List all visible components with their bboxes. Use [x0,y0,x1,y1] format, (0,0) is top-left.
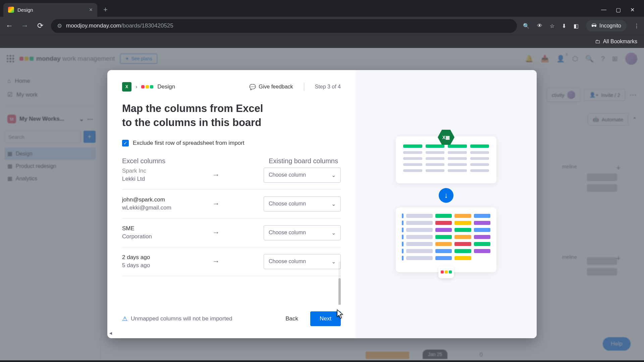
divider [304,83,304,91]
unmapped-warning: ⚠ Unmapped columns will not be imported [122,315,232,322]
column-select[interactable]: Choose column ⌄ [264,196,341,212]
back-button[interactable]: Back [278,311,306,326]
arrow-right-icon: → [209,228,223,237]
minimize-icon[interactable]: — [601,7,606,13]
next-button[interactable]: Next [310,311,341,326]
chevron-down-icon: ⌄ [331,172,336,178]
url-host: moodjoy.monday.com [66,22,121,29]
maximize-icon[interactable]: ▢ [616,7,621,13]
exclude-first-row-checkbox[interactable]: ✓ Exclude first row of spreadsheet from … [122,140,341,146]
window-controls: — ▢ ✕ [601,7,641,13]
eye-off-icon[interactable]: 👁 [537,23,542,29]
favicon-icon [8,7,14,13]
scrollbar-track[interactable] [338,261,341,305]
breadcrumb-separator-icon: › [136,84,137,90]
modal-footer: ⚠ Unmapped columns will not be imported … [122,305,341,326]
checkbox-checked-icon: ✓ [122,140,129,146]
mapping-list: Spark Inc Lekki Ltd → Choose column ⌄ jo… [122,168,341,305]
incognito-label: Incognito [599,23,621,29]
incognito-icon: 🕶 [591,23,597,29]
sidepanel-icon[interactable]: ◧ [574,23,579,29]
all-bookmarks-label: All Bookmarks [603,39,637,45]
new-tab-button[interactable]: + [99,5,112,14]
arrow-right-icon: → [209,257,223,266]
breadcrumb-board-name: Design [157,83,175,90]
tab-title: Design [17,7,33,13]
tab-bar: Design × + — ▢ ✕ [0,0,644,17]
excel-sample-values: SME Corporation [122,225,203,240]
arrow-right-icon: → [209,171,223,179]
import-modal: ▴ ◂▸ X › Design 💬 Give feedback [107,70,537,338]
arrow-down-circle-icon: ↓ [439,188,453,203]
url-path: /boards/1830420525 [121,22,173,29]
bookmark-star-icon[interactable]: ☆ [550,23,554,29]
excel-sample-values: 2 days ago 5 days ago [122,254,203,269]
mapping-row: 2 days ago 5 days ago → Choose column ⌄ [122,247,341,276]
folder-icon: 🗀 [595,39,600,45]
scroll-left-icon[interactable]: ◂ [109,330,112,336]
board-illustration [396,207,496,272]
board-columns-header: Existing board columns [269,157,338,165]
chevron-down-icon: ⌄ [331,230,336,236]
browser-tab[interactable]: Design × [3,3,97,17]
column-select[interactable]: Choose column ⌄ [264,168,341,183]
excel-icon: X [122,82,131,92]
warning-icon: ⚠ [122,315,127,322]
step-indicator: Step 3 of 4 [315,84,341,90]
url-input[interactable]: ⚙ moodjoy.monday.com/boards/1830420525 [51,19,517,33]
column-headers: Excel columns Existing board columns [122,157,341,165]
mapping-row: Spark Inc Lekki Ltd → Choose column ⌄ [122,168,341,190]
modal-title: Map the columns from Excel to the column… [122,102,341,130]
incognito-badge[interactable]: 🕶 Incognito [586,20,627,32]
modal-header: X › Design 💬 Give feedback Step 3 of 4 [122,82,341,92]
address-bar: ← → ⟳ ⚙ moodjoy.monday.com/boards/183042… [0,17,644,35]
modal-overlay: ▴ ◂▸ X › Design 💬 Give feedback [0,48,644,360]
mapping-row: SME Corporation → Choose column ⌄ [122,219,341,247]
excel-sample-values: Spark Inc Lekki Ltd [122,168,203,182]
modal-illustration: X▦ ↓ [356,70,537,338]
column-select[interactable]: Choose column ⌄ [264,254,341,269]
mapping-row: john@spark.com wLekki@gmail.com → Choose… [122,190,341,219]
download-icon[interactable]: ⬇ [562,23,566,29]
kebab-menu-icon[interactable]: ⋮ [634,23,639,29]
excel-columns-header: Excel columns [122,157,165,165]
search-icon[interactable]: 🔍 [523,23,530,29]
forward-icon[interactable]: → [20,21,30,30]
all-bookmarks-button[interactable]: 🗀 All Bookmarks [595,39,637,45]
scrollbar-thumb[interactable] [338,278,341,305]
chevron-down-icon: ⌄ [331,201,336,207]
monday-badge-icon [438,266,454,278]
chevron-down-icon: ⌄ [331,258,336,265]
chat-icon: 💬 [249,84,256,90]
arrow-right-icon: → [209,199,223,208]
back-icon[interactable]: ← [5,21,14,30]
bookmark-bar: 🗀 All Bookmarks [0,35,644,48]
reload-icon[interactable]: ⟳ [36,21,45,30]
excel-sample-values: john@spark.com wLekki@gmail.com [122,196,203,211]
column-select[interactable]: Choose column ⌄ [264,225,341,240]
close-tab-icon[interactable]: × [89,6,93,13]
monday-mini-logo [141,85,153,88]
give-feedback-button[interactable]: 💬 Give feedback [249,84,293,90]
close-window-icon[interactable]: ✕ [630,7,635,13]
site-settings-icon[interactable]: ⚙ [57,22,62,29]
